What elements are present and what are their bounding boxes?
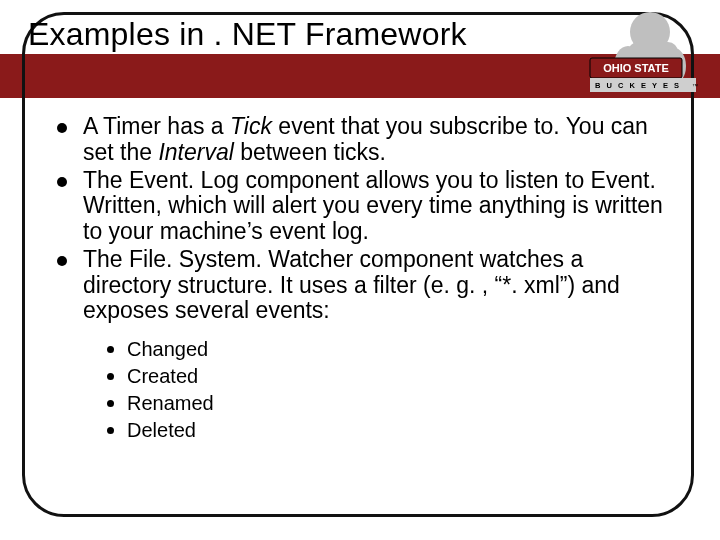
text-segment: Tick (230, 113, 272, 139)
list-item: Renamed (105, 390, 670, 417)
list-item: Changed (105, 336, 670, 363)
text-segment: A Timer has a (83, 113, 230, 139)
list-item: The Event. Log component allows you to l… (55, 168, 670, 245)
text-segment: The File. System. Watcher component watc… (83, 246, 620, 324)
text-segment: The Event. Log component allows you to l… (83, 167, 663, 245)
text-segment: between ticks. (234, 139, 386, 165)
text-segment: Interval (158, 139, 233, 165)
slide-title: Examples in . NET Framework (28, 16, 467, 53)
logo-bottom-text: B U C K E Y E S (595, 81, 681, 90)
list-item: A Timer has a Tick event that you subscr… (55, 114, 670, 166)
list-item: Created (105, 363, 670, 390)
sub-bullet-list: Changed Created Renamed Deleted (55, 336, 670, 444)
list-item: The File. System. Watcher component watc… (55, 247, 670, 324)
content-area: A Timer has a Tick event that you subscr… (55, 114, 670, 444)
list-item: Deleted (105, 417, 670, 444)
slide: Examples in . NET Framework OHIO STATE B… (0, 0, 720, 540)
trademark-icon: ™ (692, 83, 698, 89)
bullet-list: A Timer has a Tick event that you subscr… (55, 114, 670, 324)
logo-top-text: OHIO STATE (603, 62, 669, 74)
ohio-state-logo: OHIO STATE B U C K E Y E S ™ (588, 8, 698, 100)
